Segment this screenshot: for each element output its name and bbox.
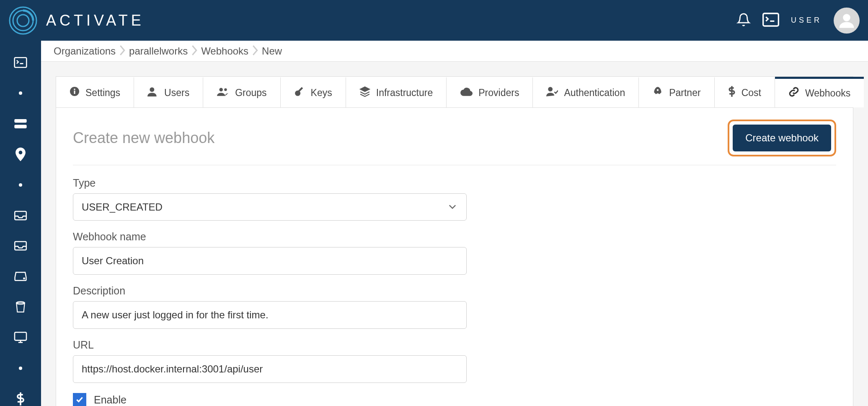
tab-label: Keys [311, 87, 332, 99]
breadcrumb: Organizations parallelworks Webhooks New [41, 41, 868, 62]
svg-rect-14 [74, 91, 75, 94]
logo-icon[interactable] [8, 6, 38, 35]
dollar-icon [728, 86, 736, 100]
svg-rect-12 [15, 332, 26, 340]
app-header: ACTIVATE USER [0, 0, 868, 41]
sidebar-terminal-icon[interactable] [12, 55, 29, 70]
sidebar-dot-2[interactable] [12, 177, 29, 192]
tab-label: Authentication [564, 87, 625, 99]
key-icon [294, 86, 305, 99]
tab-label: Webhooks [805, 88, 850, 99]
sidebar [0, 41, 41, 406]
svg-point-16 [150, 87, 155, 92]
svg-point-10 [23, 278, 24, 279]
sidebar-dollar-icon[interactable] [12, 391, 29, 406]
description-label: Description [73, 285, 836, 297]
svg-point-15 [74, 88, 75, 90]
cloud-icon [460, 87, 473, 99]
tab-label: Settings [85, 87, 120, 99]
chevron-right-icon [252, 44, 258, 58]
tab-authentication[interactable]: Authentication [533, 77, 639, 107]
webhook-name-input[interactable] [73, 247, 467, 275]
brand-name: ACTIVATE [46, 12, 145, 29]
header-right: USER [736, 8, 860, 34]
user-label: USER [791, 16, 822, 25]
tab-users[interactable]: Users [134, 77, 203, 107]
avatar[interactable] [834, 8, 860, 34]
tab-label: Infrastructure [376, 87, 433, 99]
chevron-right-icon [119, 44, 126, 58]
svg-rect-7 [14, 125, 26, 129]
svg-rect-6 [14, 119, 26, 123]
tab-label: Cost [741, 87, 761, 99]
panel: Create new webhook Create webhook Type U… [56, 107, 853, 406]
create-button-highlight: Create webhook [728, 120, 836, 156]
svg-rect-3 [763, 13, 779, 26]
svg-point-21 [548, 87, 553, 91]
enable-label: Enable [94, 394, 127, 406]
users-icon [217, 87, 229, 99]
tab-label: Providers [478, 87, 519, 99]
sidebar-inbox-icon-1[interactable] [12, 208, 29, 223]
tab-settings[interactable]: Settings [56, 77, 134, 107]
svg-rect-20 [298, 87, 303, 92]
description-input[interactable] [73, 301, 467, 329]
rocket-icon [652, 86, 663, 99]
tab-webhooks[interactable]: Webhooks [775, 77, 864, 107]
sidebar-dot-3[interactable] [12, 361, 29, 375]
tab-providers[interactable]: Providers [447, 77, 533, 107]
tab-groups[interactable]: Groups [203, 77, 280, 107]
info-icon [70, 86, 80, 99]
sidebar-monitor-icon[interactable] [12, 330, 29, 345]
sidebar-inbox-icon-2[interactable] [12, 239, 29, 253]
tab-label: Partner [669, 87, 700, 99]
chevron-right-icon [191, 44, 198, 58]
terminal-icon[interactable] [762, 13, 779, 29]
svg-point-18 [224, 88, 227, 91]
sidebar-server-icon[interactable] [12, 117, 29, 131]
sidebar-location-icon[interactable] [12, 147, 29, 161]
notification-bell-icon[interactable] [736, 13, 751, 29]
breadcrumb-organizations[interactable]: Organizations [54, 45, 116, 57]
panel-header: Create new webhook Create webhook [73, 120, 836, 165]
breadcrumb-new[interactable]: New [262, 45, 282, 57]
url-input[interactable] [73, 355, 467, 383]
layers-icon [359, 86, 370, 99]
svg-point-22 [657, 89, 659, 91]
enable-checkbox[interactable] [73, 393, 86, 406]
logo-area: ACTIVATE [8, 6, 145, 35]
link-icon [788, 86, 799, 100]
breadcrumb-webhooks[interactable]: Webhooks [201, 45, 248, 57]
tabs: Settings Users Groups [56, 76, 853, 107]
sidebar-dot-1[interactable] [12, 86, 29, 101]
create-webhook-button[interactable]: Create webhook [733, 125, 831, 151]
tab-infrastructure[interactable]: Infrastructure [346, 77, 447, 107]
name-label: Webhook name [73, 231, 836, 243]
tab-label: Users [164, 87, 189, 99]
tab-partner[interactable]: Partner [639, 77, 714, 107]
type-label: Type [73, 177, 836, 189]
usercheck-icon [546, 86, 558, 99]
main-content: Organizations parallelworks Webhooks New [41, 41, 868, 406]
tab-keys[interactable]: Keys [281, 77, 346, 107]
sidebar-drive-icon[interactable] [12, 269, 29, 284]
user-icon [147, 86, 158, 99]
tab-cost[interactable]: Cost [715, 77, 775, 107]
panel-title: Create new webhook [73, 129, 214, 147]
svg-point-4 [843, 14, 850, 21]
url-label: URL [73, 339, 836, 351]
tab-label: Groups [235, 87, 266, 99]
type-select[interactable]: USER_CREATED [73, 193, 467, 221]
svg-point-2 [17, 15, 29, 26]
svg-point-17 [220, 88, 223, 91]
sidebar-bucket-icon[interactable] [12, 300, 29, 315]
svg-rect-5 [15, 58, 27, 68]
breadcrumb-org-name[interactable]: parallelworks [129, 45, 188, 57]
